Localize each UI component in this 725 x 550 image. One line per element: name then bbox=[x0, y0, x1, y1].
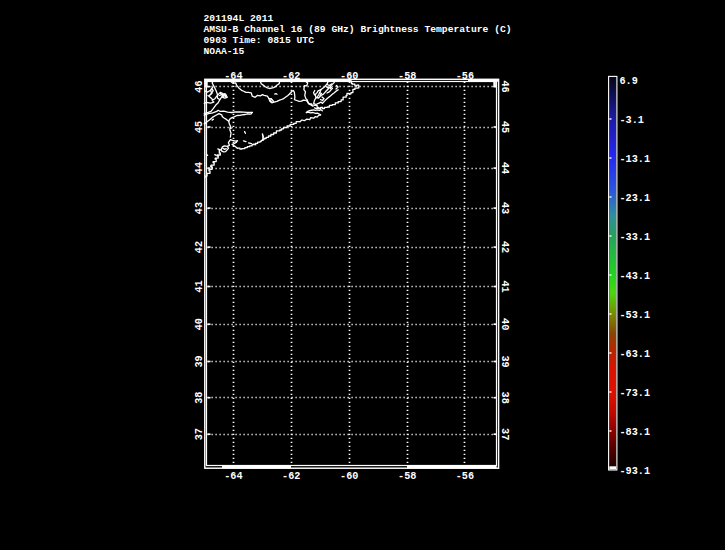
svg-text:46: 46 bbox=[194, 80, 205, 92]
svg-text:41: 41 bbox=[194, 280, 205, 292]
svg-text:-93.1: -93.1 bbox=[620, 466, 651, 477]
svg-text:-56: -56 bbox=[456, 471, 474, 482]
svg-text:-64: -64 bbox=[224, 71, 242, 82]
svg-text:-83.1: -83.1 bbox=[620, 427, 651, 438]
svg-text:-56: -56 bbox=[456, 71, 474, 82]
svg-text:37: 37 bbox=[499, 428, 510, 440]
svg-text:-73.1: -73.1 bbox=[620, 388, 651, 399]
svg-text:42: 42 bbox=[499, 241, 510, 253]
svg-text:42: 42 bbox=[194, 241, 205, 253]
svg-text:38: 38 bbox=[499, 392, 510, 404]
svg-text:44: 44 bbox=[194, 162, 205, 174]
svg-text:-3.1: -3.1 bbox=[620, 115, 644, 126]
svg-text:AMSU-B Channel 16 (89 GHz) Bri: AMSU-B Channel 16 (89 GHz) Brightness Te… bbox=[204, 24, 512, 35]
svg-text:38: 38 bbox=[194, 392, 205, 404]
svg-text:43: 43 bbox=[499, 202, 510, 214]
svg-text:-23.1: -23.1 bbox=[620, 193, 651, 204]
svg-text:39: 39 bbox=[499, 355, 510, 367]
svg-text:-53.1: -53.1 bbox=[620, 310, 651, 321]
svg-text:39: 39 bbox=[194, 355, 205, 367]
svg-text:-58: -58 bbox=[398, 71, 416, 82]
svg-text:-13.1: -13.1 bbox=[620, 154, 651, 165]
svg-text:-60: -60 bbox=[340, 471, 358, 482]
svg-text:-62: -62 bbox=[282, 471, 300, 482]
svg-text:6.9: 6.9 bbox=[620, 76, 638, 87]
svg-text:43: 43 bbox=[194, 202, 205, 214]
svg-text:0903 Time: 0815 UTC: 0903 Time: 0815 UTC bbox=[204, 35, 315, 46]
svg-text:201194L 2011: 201194L 2011 bbox=[204, 13, 274, 24]
svg-text:-63.1: -63.1 bbox=[620, 349, 651, 360]
svg-text:37: 37 bbox=[194, 428, 205, 440]
svg-text:-64: -64 bbox=[224, 471, 242, 482]
svg-text:-43.1: -43.1 bbox=[620, 271, 651, 282]
svg-text:40: 40 bbox=[194, 318, 205, 330]
svg-text:45: 45 bbox=[499, 121, 510, 133]
svg-text:46: 46 bbox=[499, 80, 510, 92]
svg-text:-58: -58 bbox=[398, 471, 416, 482]
svg-text:41: 41 bbox=[499, 280, 510, 292]
svg-text:45: 45 bbox=[194, 121, 205, 133]
svg-text:40: 40 bbox=[499, 318, 510, 330]
svg-text:-33.1: -33.1 bbox=[620, 232, 651, 243]
svg-text:-62: -62 bbox=[282, 71, 300, 82]
svg-text:NOAA-15: NOAA-15 bbox=[204, 46, 245, 57]
svg-text:-60: -60 bbox=[340, 71, 358, 82]
svg-text:44: 44 bbox=[499, 162, 510, 174]
